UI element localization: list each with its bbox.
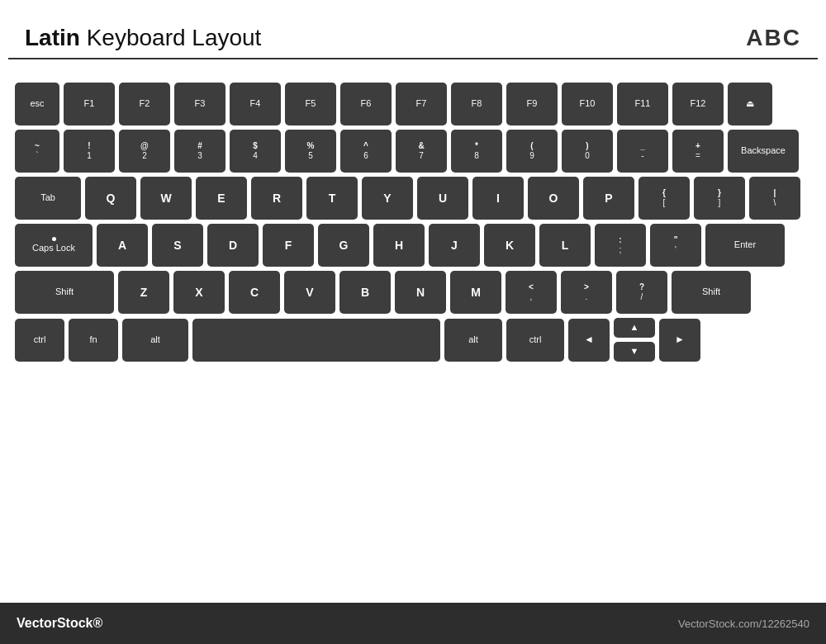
key-arrow-left[interactable]: ◄ bbox=[568, 319, 610, 362]
key-8[interactable]: * 8 bbox=[451, 130, 502, 173]
key-space[interactable] bbox=[192, 319, 440, 362]
key-f4[interactable]: F4 bbox=[230, 83, 281, 125]
key-open-bracket[interactable]: { [ bbox=[638, 177, 690, 220]
key-period[interactable]: > . bbox=[561, 271, 612, 314]
key-h[interactable]: H bbox=[373, 224, 425, 267]
bottom-row: ctrl fn alt alt ctrl ◄ ▲ ▼ ► bbox=[15, 318, 811, 362]
key-fn[interactable]: fn bbox=[69, 319, 118, 362]
key-f1[interactable]: F1 bbox=[64, 83, 115, 125]
key-i[interactable]: I bbox=[472, 177, 524, 220]
abc-label: ABC bbox=[746, 25, 801, 51]
key-p[interactable]: P bbox=[583, 177, 634, 220]
key-shift-right[interactable]: Shift bbox=[672, 271, 751, 314]
qwerty-row: Tab Q W E R T Y U I O P { [ } ] | \ bbox=[15, 177, 811, 220]
key-1[interactable]: ! 1 bbox=[64, 130, 115, 173]
key-7[interactable]: & 7 bbox=[396, 130, 447, 173]
key-z[interactable]: Z bbox=[118, 271, 169, 314]
key-c[interactable]: C bbox=[229, 271, 280, 314]
number-key-row: ~ ` ! 1 @ 2 # 3 $ 4 % 5 bbox=[15, 130, 811, 173]
page-title-area: Latin Keyboard Layout ABC bbox=[8, 0, 818, 59]
key-ctrl-left[interactable]: ctrl bbox=[15, 319, 64, 362]
key-u[interactable]: U bbox=[417, 177, 468, 220]
key-f10[interactable]: F10 bbox=[562, 83, 613, 125]
key-arrow-up[interactable]: ▲ bbox=[614, 318, 655, 338]
key-6[interactable]: ^ 6 bbox=[340, 130, 392, 173]
zxcv-row: Shift Z X C V B N M < , > . ? / Shift bbox=[15, 271, 811, 314]
title-rest: Keyboard Layout bbox=[80, 25, 262, 50]
key-b[interactable]: B bbox=[339, 271, 391, 314]
vectorstock-url: VectorStock.com/12262540 bbox=[678, 618, 809, 630]
keyboard: esc F1 F2 F3 F4 F5 F6 F7 F8 F9 F10 F11 F… bbox=[8, 76, 818, 368]
key-d[interactable]: D bbox=[207, 224, 259, 267]
key-y[interactable]: Y bbox=[362, 177, 413, 220]
key-3[interactable]: # 3 bbox=[174, 130, 225, 173]
key-f3[interactable]: F3 bbox=[174, 83, 225, 125]
key-a[interactable]: A bbox=[97, 224, 148, 267]
function-key-row: esc F1 F2 F3 F4 F5 F6 F7 F8 F9 F10 F11 F… bbox=[15, 83, 811, 125]
vectorstock-logo: VectorStock® bbox=[17, 616, 102, 631]
key-shift-left[interactable]: Shift bbox=[15, 271, 114, 314]
key-f2[interactable]: F2 bbox=[119, 83, 170, 125]
key-f6[interactable]: F6 bbox=[340, 83, 392, 125]
key-backslash[interactable]: | \ bbox=[749, 177, 800, 220]
key-f8[interactable]: F8 bbox=[451, 83, 502, 125]
key-r[interactable]: R bbox=[251, 177, 302, 220]
key-f11[interactable]: F11 bbox=[617, 83, 668, 125]
key-e[interactable]: E bbox=[196, 177, 247, 220]
capslock-label: Caps Lock bbox=[32, 243, 75, 253]
key-backspace[interactable]: Backspace bbox=[728, 130, 799, 173]
key-k[interactable]: K bbox=[484, 224, 535, 267]
key-s[interactable]: S bbox=[152, 224, 203, 267]
key-j[interactable]: J bbox=[429, 224, 480, 267]
key-close-bracket[interactable]: } ] bbox=[694, 177, 745, 220]
key-f[interactable]: F bbox=[263, 224, 314, 267]
key-l[interactable]: L bbox=[539, 224, 591, 267]
key-g[interactable]: G bbox=[318, 224, 369, 267]
key-q[interactable]: Q bbox=[85, 177, 136, 220]
key-alt-right[interactable]: alt bbox=[444, 319, 502, 362]
arrow-updown-cluster: ▲ ▼ bbox=[614, 318, 655, 362]
key-backtick[interactable]: ~ ` bbox=[15, 130, 59, 173]
key-x[interactable]: X bbox=[173, 271, 225, 314]
key-n[interactable]: N bbox=[395, 271, 446, 314]
keyboard-wrapper: esc F1 F2 F3 F4 F5 F6 F7 F8 F9 F10 F11 F… bbox=[0, 76, 826, 368]
key-equals[interactable]: + = bbox=[672, 130, 724, 173]
title-bold: Latin bbox=[25, 25, 80, 50]
caps-dot bbox=[52, 237, 56, 241]
key-alt-left[interactable]: alt bbox=[122, 319, 188, 362]
key-enter[interactable]: Enter bbox=[705, 224, 785, 267]
key-0[interactable]: ) 0 bbox=[562, 130, 613, 173]
key-5[interactable]: % 5 bbox=[285, 130, 336, 173]
key-arrow-down[interactable]: ▼ bbox=[614, 342, 655, 362]
key-f5[interactable]: F5 bbox=[285, 83, 336, 125]
key-tab[interactable]: Tab bbox=[15, 177, 81, 220]
key-minus[interactable]: _ - bbox=[617, 130, 668, 173]
key-f7[interactable]: F7 bbox=[396, 83, 447, 125]
key-f12[interactable]: F12 bbox=[672, 83, 724, 125]
key-f9[interactable]: F9 bbox=[506, 83, 558, 125]
key-comma[interactable]: < , bbox=[506, 271, 557, 314]
key-m[interactable]: M bbox=[450, 271, 501, 314]
key-w[interactable]: W bbox=[140, 177, 192, 220]
key-slash[interactable]: ? / bbox=[616, 271, 667, 314]
page-title: Latin Keyboard Layout bbox=[25, 25, 261, 51]
key-semicolon[interactable]: : ; bbox=[595, 224, 646, 267]
key-arrow-right[interactable]: ► bbox=[659, 319, 700, 362]
key-eject[interactable]: ⏏ bbox=[728, 83, 772, 125]
key-2[interactable]: @ 2 bbox=[119, 130, 170, 173]
asdf-row: Caps Lock A S D F G H J K L : ; " ' Ente… bbox=[15, 224, 811, 267]
key-v[interactable]: V bbox=[284, 271, 335, 314]
key-quote[interactable]: " ' bbox=[650, 224, 701, 267]
key-o[interactable]: O bbox=[528, 177, 579, 220]
key-t[interactable]: T bbox=[306, 177, 358, 220]
bottom-bar: VectorStock® VectorStock.com/12262540 bbox=[0, 603, 826, 644]
key-capslock[interactable]: Caps Lock bbox=[15, 224, 93, 267]
key-ctrl-right[interactable]: ctrl bbox=[506, 319, 564, 362]
key-esc[interactable]: esc bbox=[15, 83, 59, 125]
key-4[interactable]: $ 4 bbox=[230, 130, 281, 173]
key-9[interactable]: ( 9 bbox=[506, 130, 558, 173]
